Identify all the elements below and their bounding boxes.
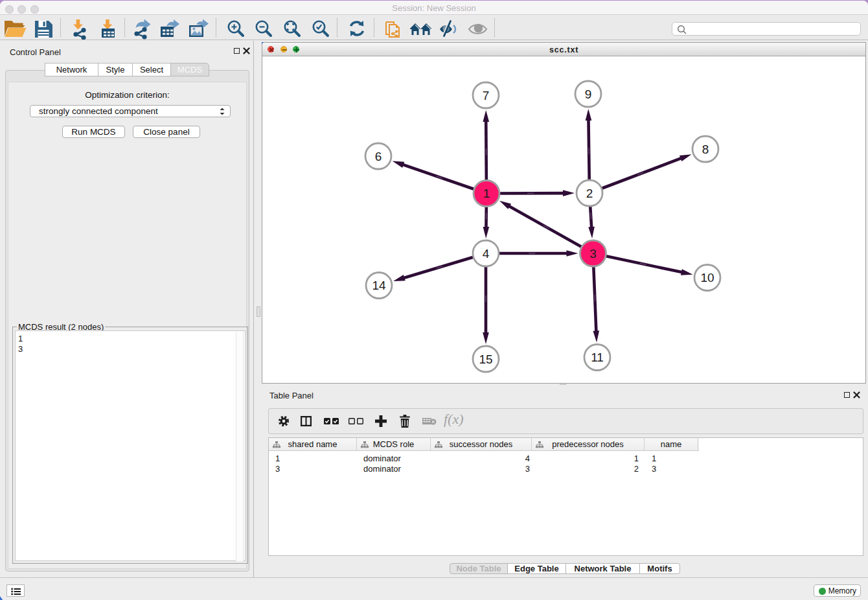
svg-text:14: 14 [372,279,386,292]
svg-text:9: 9 [585,87,592,101]
svg-text:1: 1 [483,187,490,200]
svg-text:7: 7 [483,89,490,102]
svg-text:10: 10 [700,271,714,284]
svg-text:8: 8 [702,143,709,156]
svg-text:15: 15 [479,352,492,366]
svg-text:6: 6 [375,150,382,163]
svg-text:4: 4 [483,247,490,260]
svg-text:3: 3 [589,247,597,260]
svg-text:2: 2 [586,187,593,200]
svg-text:11: 11 [591,351,604,364]
